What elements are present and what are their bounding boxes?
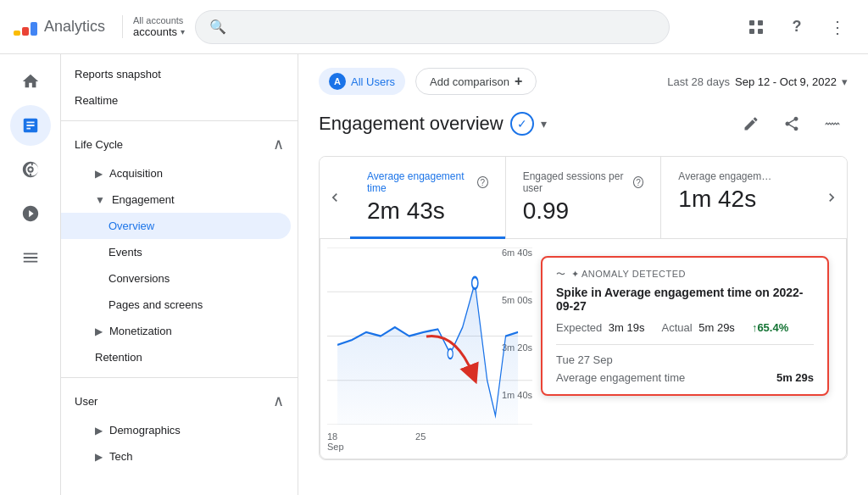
svg-point-12	[448, 349, 453, 359]
edit-icon	[743, 115, 760, 132]
acquisition-label: Acquisition	[109, 167, 163, 180]
svg-point-11	[472, 277, 478, 289]
page-title-right	[736, 108, 848, 139]
account-name: accounts	[133, 25, 177, 38]
nav-engagement[interactable]: ▼ Engagement	[61, 186, 298, 213]
svg-rect-1	[758, 20, 763, 25]
logo-icon	[14, 19, 37, 36]
nav-sidebar: Reports snapshot Realtime Life Cycle ∧ ▶…	[61, 54, 298, 495]
metric-label-2: Average engagem…	[678, 170, 799, 182]
anomaly-date: Tue 27 Sep	[556, 353, 814, 366]
nav-reports-snapshot[interactable]: Reports snapshot	[61, 61, 298, 87]
more-button[interactable]: ⋮	[821, 10, 854, 44]
nav-retention[interactable]: Retention	[61, 344, 298, 370]
nav-conversions[interactable]: Conversions	[61, 265, 298, 292]
retention-label: Retention	[95, 351, 142, 364]
metric-value-0: 2m 43s	[367, 197, 488, 225]
metric-label-1: Engaged sessions per user ?	[523, 170, 644, 194]
sidebar-explore[interactable]	[10, 149, 51, 190]
svg-rect-0	[749, 20, 754, 25]
metrics-strip: Average engagement time ? 2m 43s Engaged…	[320, 157, 847, 239]
topnav: Analytics All accounts accounts ▾ 🔍 ? ⋮	[0, 0, 868, 54]
nav-demographics[interactable]: ▶ Demographics	[61, 417, 298, 443]
user-pill-icon: A	[329, 73, 346, 90]
sidebar-home[interactable]	[10, 61, 51, 102]
nav-pages-and-screens[interactable]: Pages and screens	[61, 292, 298, 318]
title-chevron-icon[interactable]: ▾	[541, 117, 547, 131]
anomaly-metric-row: Average engagement time 5m 29s	[556, 371, 814, 384]
monetization-label: Monetization	[109, 325, 172, 337]
nav-events[interactable]: Events	[61, 239, 298, 265]
nav-realtime[interactable]: Realtime	[61, 87, 298, 114]
sidebar-advertising[interactable]	[10, 193, 51, 234]
account-label: All accounts	[133, 15, 183, 25]
nav-separator-2	[61, 377, 298, 378]
anomaly-expected: Expected 3m 19s	[556, 321, 644, 334]
share-icon	[783, 115, 800, 132]
metric-avg-engagement[interactable]: Average engagement time ? 2m 43s	[350, 157, 506, 238]
share-button[interactable]	[776, 108, 807, 139]
metric-engaged-sessions[interactable]: Engaged sessions per user ? 0.99	[506, 157, 662, 238]
nav-tech[interactable]: ▶ Tech	[61, 443, 298, 470]
page-title-row: Engagement overview ✓ ▾	[319, 108, 848, 139]
all-users-pill[interactable]: A All Users	[319, 68, 405, 95]
realtime-label: Realtime	[75, 94, 118, 107]
expected-value: 3m 19s	[609, 321, 645, 334]
lifecycle-label: Life Cycle	[75, 138, 123, 151]
nav-arrow-demo-icon: ▶	[95, 425, 103, 437]
nav-monetization[interactable]: ▶ Monetization	[61, 318, 298, 344]
account-selector[interactable]: All accounts accounts ▾	[122, 15, 185, 38]
svg-point-4	[28, 167, 33, 172]
home-icon	[21, 72, 40, 91]
metrics-prev-button[interactable]	[320, 157, 350, 238]
sidebar-reports[interactable]	[10, 105, 51, 146]
date-label: Last 28 days	[667, 75, 730, 88]
anomaly-metric-name: Average engagement time	[556, 371, 685, 384]
apps-button[interactable]	[739, 10, 773, 44]
metric-help-1[interactable]: ?	[633, 176, 643, 188]
metric-help-0[interactable]: ?	[477, 176, 488, 188]
anomaly-title: Spike in Average engagement time on 2022…	[556, 286, 814, 313]
anomaly-button[interactable]	[817, 108, 848, 139]
sidebar-configure[interactable]	[10, 237, 51, 278]
edit-report-button[interactable]	[736, 108, 766, 139]
main-layout: Reports snapshot Realtime Life Cycle ∧ ▶…	[0, 54, 868, 495]
prev-icon	[326, 189, 343, 206]
nav-arrow-engagement-icon: ▼	[95, 194, 105, 206]
date-range-selector[interactable]: Last 28 days Sep 12 - Oct 9, 2022 ▾	[667, 75, 848, 88]
search-bar[interactable]: 🔍	[195, 10, 670, 44]
engagement-label: Engagement	[112, 193, 175, 206]
reports-icon	[21, 116, 40, 135]
pct-change: ↑65.4%	[752, 321, 788, 334]
logo-bar-blue	[31, 22, 37, 36]
events-label: Events	[108, 246, 142, 259]
date-range-chevron-icon: ▾	[842, 75, 848, 88]
metric-value-1: 0.99	[523, 197, 644, 225]
topnav-right: ? ⋮	[739, 10, 854, 44]
anomaly-stats: Expected 3m 19s Actual 5m 29s ↑65.4%	[556, 321, 814, 334]
account-chevron-icon: ▾	[181, 27, 185, 36]
overview-label: Overview	[108, 220, 154, 232]
add-comparison-button[interactable]: Add comparison +	[415, 68, 537, 95]
svg-rect-2	[749, 29, 754, 34]
metrics-next-button[interactable]	[816, 157, 847, 238]
anomaly-actual: Actual 5m 29s	[661, 321, 734, 334]
xaxis-label-25: 25	[415, 431, 456, 452]
title-check-icon: ✓	[510, 112, 534, 136]
help-button[interactable]: ?	[780, 10, 814, 44]
reports-snapshot-label: Reports snapshot	[75, 68, 161, 81]
metric-value-2: 1m 42s	[678, 186, 799, 213]
nav-arrow-tech-icon: ▶	[95, 451, 103, 463]
anomaly-wave-icon: 〜	[556, 268, 566, 281]
nav-overview[interactable]: Overview	[61, 213, 291, 239]
metrics-chart-container: Average engagement time ? 2m 43s Engaged…	[319, 156, 848, 460]
lifecycle-header[interactable]: Life Cycle ∧	[61, 128, 298, 160]
pages-screens-label: Pages and screens	[108, 298, 203, 311]
metric-avg-eng2[interactable]: Average engagem… 1m 42s	[661, 157, 816, 238]
expected-label: Expected	[556, 321, 602, 334]
nav-arrow-acquisition-icon: ▶	[95, 168, 103, 180]
nav-acquisition[interactable]: ▶ Acquisition	[61, 160, 298, 186]
search-icon: 🔍	[209, 19, 226, 35]
search-input[interactable]	[233, 20, 655, 34]
user-header[interactable]: User ∧	[61, 385, 298, 417]
